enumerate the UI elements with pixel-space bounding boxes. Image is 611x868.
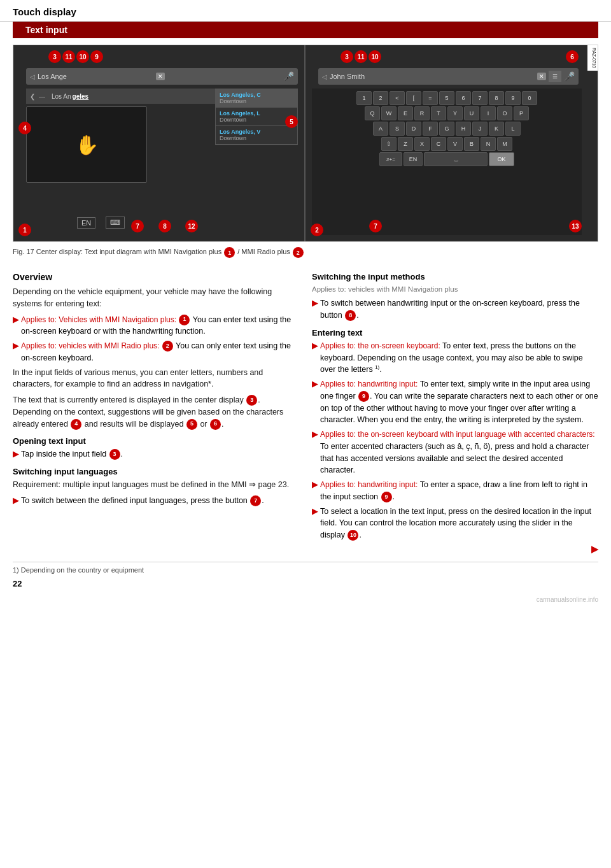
kb-key-h[interactable]: H xyxy=(456,122,471,136)
kb-key-t[interactable]: T xyxy=(431,106,446,120)
input-left-icon: ◁ xyxy=(30,73,35,80)
entering-bullet-3: ▶ Applies to: the on-screen keyboard wit… xyxy=(312,429,598,476)
kb-key-l[interactable]: L xyxy=(505,122,521,136)
kb-key-br[interactable]: [ xyxy=(406,91,421,105)
kb-key-b[interactable]: B xyxy=(464,137,479,151)
applies-nav-plus: ▶ Applies to: Vehicles with MMI Navigati… xyxy=(13,314,293,338)
kb-key-2[interactable]: 2 xyxy=(373,91,388,105)
col-right: Switching the input methods Applies to: … xyxy=(306,266,598,554)
kb-key-z[interactable]: Z xyxy=(398,137,413,151)
kb-key-ok[interactable]: OK xyxy=(489,152,514,166)
kb-key-1[interactable]: 1 xyxy=(356,91,372,105)
right-list-icon[interactable]: ☰ xyxy=(549,71,561,82)
badge-4: 4 xyxy=(18,122,31,134)
entering-bullet-4: ▶ Applies to: handwriting input: To ente… xyxy=(312,479,598,503)
dropdown-item-3[interactable]: Los Angeles, V Downtown xyxy=(216,126,297,145)
kb-key-a[interactable]: A xyxy=(373,122,388,136)
kb-key-o[interactable]: O xyxy=(497,106,512,120)
kb-row-numbers: 1 2 < [ = 5 6 7 8 9 0 xyxy=(313,91,580,105)
badge-8: 8 xyxy=(158,220,171,232)
body3-badge3: 3 xyxy=(246,395,257,406)
kb-key-7[interactable]: 7 xyxy=(472,91,488,105)
kb-key-6[interactable]: 6 xyxy=(456,91,471,105)
kb-key-w[interactable]: W xyxy=(381,106,397,120)
footnote: 1) Depending on the country or equipment xyxy=(0,566,611,574)
kb-key-j[interactable]: J xyxy=(472,122,488,136)
kb-key-9[interactable]: 9 xyxy=(505,91,521,105)
kb-key-p[interactable]: P xyxy=(514,106,529,120)
left-back-icon[interactable]: ❮ xyxy=(30,93,35,100)
overview-body1: Depending on the vehicle equipment, your… xyxy=(13,286,293,310)
kb-key-c[interactable]: C xyxy=(431,137,446,151)
kb-key-m[interactable]: M xyxy=(497,137,512,151)
badge-10-left: 10 xyxy=(76,50,89,63)
entering-bullet-1: ▶ Applies to: the on-screen keyboard: To… xyxy=(312,340,598,376)
kb-key-eq[interactable]: = xyxy=(423,91,438,105)
right-input-icon: ◁ xyxy=(322,73,327,80)
figure-left-panel: 3 11 10 9 ◁ Los Ange ✕ 🎤 ❮ — Los An gele… xyxy=(13,45,306,241)
kb-key-special[interactable]: #+= xyxy=(379,152,402,166)
entering-text-5: To select a location in the text input, … xyxy=(320,506,598,541)
overview-body3: The text that is currently entered is di… xyxy=(13,394,293,430)
entering-badge10: 10 xyxy=(348,530,358,541)
kb-key-5[interactable]: 5 xyxy=(439,91,454,105)
applies-radio-arrow: ▶ xyxy=(13,340,18,352)
kb-key-r[interactable]: R xyxy=(414,106,430,120)
kb-key-v[interactable]: V xyxy=(447,137,463,151)
switching-lang-body: Requirement: multiple input languages mu… xyxy=(13,479,293,491)
page-title: Touch display xyxy=(13,6,76,17)
kb-key-8[interactable]: 8 xyxy=(489,91,504,105)
kb-key-u[interactable]: U xyxy=(464,106,479,120)
badge-3-left: 3 xyxy=(48,50,61,63)
applies-radio-label: Applies to: vehicles with MMI Radio plus… xyxy=(21,341,162,350)
dropdown-item-3-title: Los Angeles, V xyxy=(220,129,293,135)
right-top-badges: 3 11 10 xyxy=(341,50,381,63)
entering-text-4: Applies to: handwriting input: To enter … xyxy=(320,479,598,503)
kb-key-d[interactable]: D xyxy=(406,122,421,136)
kb-key-space[interactable]: ⎵ xyxy=(424,152,488,166)
badge-6: 6 xyxy=(566,50,579,63)
dropdown-item-1[interactable]: Los Angeles, C Downtown xyxy=(216,89,297,108)
kb-key-f[interactable]: F xyxy=(423,122,438,136)
kb-key-g[interactable]: G xyxy=(439,122,454,136)
kb-key-y[interactable]: Y xyxy=(447,106,463,120)
kb-key-lt[interactable]: < xyxy=(390,91,405,105)
right-clear-btn[interactable]: ✕ xyxy=(537,73,546,80)
kb-key-n[interactable]: N xyxy=(481,137,496,151)
hand-icon: ✋ xyxy=(75,134,99,156)
entering-arrow-5: ▶ xyxy=(312,506,318,517)
kb-row-asdf: A S D F G H J K L xyxy=(313,122,580,136)
en-button-left[interactable]: EN xyxy=(77,217,95,229)
page-number: 22 xyxy=(0,574,611,594)
switching-methods-arrow: ▶ xyxy=(312,297,318,309)
entering-applies-4: Applies to: handwriting input: xyxy=(320,480,418,489)
kb-key-k[interactable]: K xyxy=(489,122,504,136)
kb-key-q[interactable]: Q xyxy=(365,106,380,120)
kb-key-x[interactable]: X xyxy=(414,137,430,151)
left-sugg-complete: geles xyxy=(73,93,89,100)
badge-1: 1 xyxy=(18,224,31,236)
kb-key-en[interactable]: EN xyxy=(404,152,423,166)
badge-11-left: 11 xyxy=(62,50,75,63)
switching-methods-badge8: 8 xyxy=(345,310,356,321)
dropdown-item-2-title: Los Angeles, L xyxy=(220,110,293,117)
kb-key-0[interactable]: 0 xyxy=(522,91,537,105)
right-mic-icon: 🎤 xyxy=(564,71,575,82)
dropdown-item-1-title: Los Angeles, C xyxy=(220,92,293,98)
kb-key-i[interactable]: I xyxy=(481,106,496,120)
dropdown-item-3-sub: Downtown xyxy=(220,135,293,141)
switching-lang-arrow: ▶ xyxy=(13,495,18,506)
footnote-divider xyxy=(13,562,598,562)
keyboard-icon-btn[interactable]: ⌨ xyxy=(106,217,125,229)
fig-caption-label: Fig. 17 Center display: Text input diagr… xyxy=(13,248,304,255)
kb-key-e[interactable]: E xyxy=(398,106,413,120)
applies-nav-badge: 1 xyxy=(179,315,190,325)
kb-key-s[interactable]: S xyxy=(390,122,405,136)
badge-7-left: 7 xyxy=(131,220,144,232)
left-clear-btn[interactable]: ✕ xyxy=(156,73,165,80)
left-input-text: Los Ange xyxy=(38,73,156,80)
kb-key-shift[interactable]: ⇧ xyxy=(381,137,397,151)
badge-7-right: 7 xyxy=(369,220,382,232)
kb-row-bottom: #+= EN ⎵ OK xyxy=(313,152,580,166)
applies-radio-plus: ▶ Applies to: vehicles with MMI Radio pl… xyxy=(13,340,293,364)
